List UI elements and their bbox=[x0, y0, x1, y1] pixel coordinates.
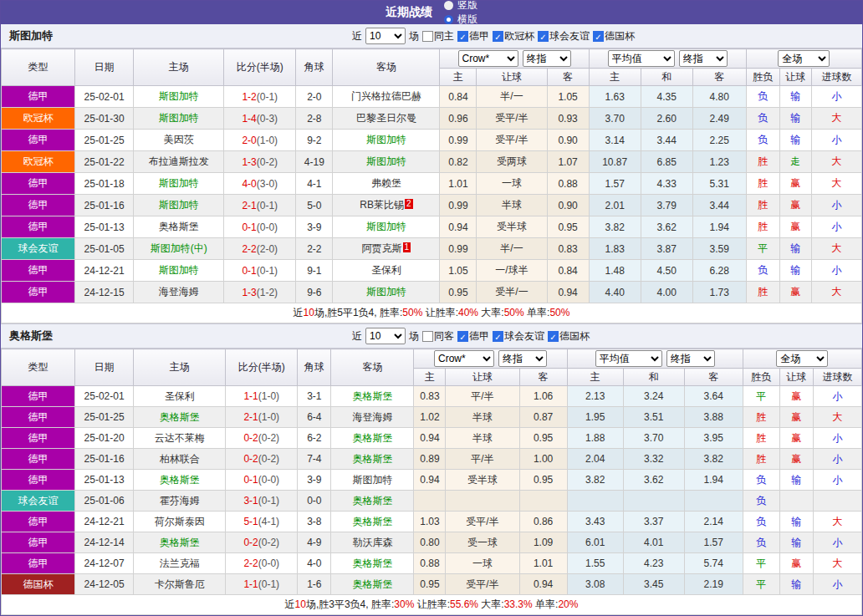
home-team-name[interactable]: 斯图加特 bbox=[159, 90, 199, 102]
odds-cell: 1.01 bbox=[440, 173, 477, 195]
bookmaker-select[interactable]: Crow* bbox=[434, 350, 494, 367]
league-cell: 德甲 bbox=[2, 428, 75, 449]
match-scope-select[interactable]: 全场 bbox=[778, 50, 830, 67]
league-filter[interactable]: ✓德国杯 bbox=[548, 329, 590, 344]
view-option-vertical[interactable]: 竖版 bbox=[444, 0, 477, 13]
away-team-name[interactable]: 门兴格拉德巴赫 bbox=[351, 90, 421, 102]
table-row: 德甲25-01-13奥格斯堡0-1(0-0)3-9斯图加特0.94受半球0.95… bbox=[2, 216, 862, 238]
league-checkbox-checked-icon[interactable]: ✓ bbox=[457, 331, 468, 342]
home-team-name[interactable]: 法兰克福 bbox=[160, 557, 200, 569]
same-venue-filter[interactable]: 同客 bbox=[422, 329, 454, 344]
odds-cell: 1.63 bbox=[589, 86, 641, 108]
column-header: 比分(半场) bbox=[224, 49, 296, 86]
home-team-name[interactable]: 奥格斯堡 bbox=[160, 474, 200, 486]
home-team-name[interactable]: 荷尔斯泰因 bbox=[155, 516, 205, 527]
topbar: 近期战绩 竖版横版 bbox=[1, 1, 862, 24]
league-checkbox-checked-icon[interactable]: ✓ bbox=[457, 31, 468, 42]
radio-icon[interactable] bbox=[444, 1, 453, 10]
away-team-name[interactable]: 弗赖堡 bbox=[371, 177, 401, 189]
final-odds-select-2[interactable]: 终指 bbox=[679, 50, 728, 67]
league-filter[interactable]: ✓德甲 bbox=[457, 29, 489, 43]
away-team-name[interactable]: 奥格斯堡 bbox=[352, 578, 392, 590]
away-team-name[interactable]: 斯图加特 bbox=[366, 286, 406, 298]
home-team-name[interactable]: 斯图加特 bbox=[159, 264, 199, 276]
home-team-name[interactable]: 斯图加特(中) bbox=[151, 242, 207, 254]
average-select[interactable]: 平均值 bbox=[595, 350, 662, 367]
halftime-score: (1-0) bbox=[258, 390, 279, 402]
home-team-name[interactable]: 云达不莱梅 bbox=[155, 432, 205, 444]
away-team-name[interactable]: 圣保利 bbox=[371, 264, 401, 276]
dropdown-group-cell: 平均值终指 bbox=[589, 49, 746, 69]
away-team-cell: RB莱比锡2 bbox=[333, 195, 440, 216]
same-venue-checkbox[interactable] bbox=[422, 31, 433, 42]
league-filter[interactable]: ✓球会友谊 bbox=[538, 29, 590, 43]
date-cell: 25-01-13 bbox=[75, 216, 134, 238]
final-odds-select[interactable]: 终指 bbox=[523, 50, 571, 67]
odds-cell: 0.88 bbox=[414, 553, 446, 574]
home-team-name[interactable]: 圣保利 bbox=[165, 390, 195, 402]
sub-column-header: 主 bbox=[567, 369, 623, 386]
away-team-name[interactable]: 斯图加特 bbox=[366, 155, 406, 167]
table-row: 球会友谊25-01-06霍芬海姆3-1(0-1)0-0奥格斯堡负 bbox=[2, 491, 862, 512]
league-checkbox-checked-icon[interactable]: ✓ bbox=[493, 331, 503, 342]
away-team-name[interactable]: 奥格斯堡 bbox=[352, 390, 392, 402]
same-venue-filter[interactable]: 同主 bbox=[422, 29, 454, 43]
away-team-name[interactable]: 奥格斯堡 bbox=[352, 495, 392, 507]
odds-cell: 5.31 bbox=[692, 173, 746, 195]
fulltime-score: 2-2 bbox=[243, 557, 258, 569]
match-scope-select[interactable]: 全场 bbox=[776, 350, 828, 367]
away-team-name[interactable]: 奥格斯堡 bbox=[352, 557, 392, 569]
league-filter[interactable]: ✓德国杯 bbox=[593, 29, 635, 43]
odds-cell: 受平/半 bbox=[477, 130, 547, 151]
home-team-name[interactable]: 奥格斯堡 bbox=[160, 537, 200, 548]
away-team-name[interactable]: 海登海姆 bbox=[352, 411, 392, 423]
odds-cell: 3.62 bbox=[641, 216, 692, 238]
home-team-name[interactable]: 海登海姆 bbox=[159, 286, 199, 298]
league-filter[interactable]: ✓欧冠杯 bbox=[493, 29, 534, 43]
league-checkbox-checked-icon[interactable]: ✓ bbox=[493, 31, 503, 42]
away-team-name[interactable]: 奥格斯堡 bbox=[352, 453, 392, 465]
league-checkbox-checked-icon[interactable]: ✓ bbox=[548, 331, 559, 342]
result-text: 平 bbox=[756, 578, 766, 590]
league-checkbox-checked-icon[interactable]: ✓ bbox=[538, 31, 549, 42]
view-mode-options: 竖版横版 bbox=[444, 0, 477, 27]
same-venue-checkbox[interactable] bbox=[422, 331, 433, 342]
bookmaker-select[interactable]: Crow* bbox=[458, 50, 518, 67]
home-team-name[interactable]: 斯图加特 bbox=[159, 112, 199, 124]
radio-icon[interactable] bbox=[444, 15, 453, 24]
odds-cell: 3.45 bbox=[623, 574, 684, 595]
home-team-name[interactable]: 奥格斯堡 bbox=[160, 411, 200, 423]
recent-count-select[interactable]: 10 bbox=[365, 328, 406, 344]
away-team-name[interactable]: 勒沃库森 bbox=[352, 537, 392, 548]
home-team-name[interactable]: 布拉迪斯拉发 bbox=[149, 155, 209, 167]
recent-count-select[interactable]: 10 bbox=[365, 28, 406, 44]
home-team-name[interactable]: 卡尔斯鲁厄 bbox=[155, 578, 205, 590]
away-team-name[interactable]: 奥格斯堡 bbox=[352, 432, 392, 444]
average-select[interactable]: 平均值 bbox=[608, 50, 675, 67]
odds-cell: 1.95 bbox=[567, 407, 623, 428]
away-team-name[interactable]: 阿贾克斯 bbox=[362, 242, 402, 254]
home-team-name[interactable]: 柏林联合 bbox=[160, 453, 200, 465]
home-team-name[interactable]: 斯图加特 bbox=[159, 177, 199, 189]
odds-cell: 半球 bbox=[446, 407, 519, 428]
final-odds-select[interactable]: 终指 bbox=[498, 350, 547, 367]
home-team-name[interactable]: 美因茨 bbox=[164, 134, 194, 145]
home-team-name[interactable]: 奥格斯堡 bbox=[159, 221, 199, 232]
league-filter[interactable]: ✓球会友谊 bbox=[493, 329, 544, 344]
dropdown-group: Crow*终指 bbox=[414, 350, 566, 367]
away-team-name[interactable]: 奥格斯堡 bbox=[352, 516, 392, 527]
win-loss-cell: 负 bbox=[743, 470, 779, 491]
home-team-name[interactable]: 霍芬海姆 bbox=[160, 495, 200, 507]
away-team-name[interactable]: 斯图加特 bbox=[366, 134, 406, 145]
away-team-name[interactable]: 斯图加特 bbox=[352, 474, 392, 486]
league-checkbox-checked-icon[interactable]: ✓ bbox=[593, 31, 604, 42]
home-team-name[interactable]: 斯图加特 bbox=[159, 199, 199, 211]
summary-segment: 20% bbox=[558, 598, 578, 610]
halftime-score: (1-0) bbox=[258, 411, 279, 423]
win-loss-cell: 负 bbox=[746, 260, 779, 282]
away-team-name[interactable]: RB莱比锡 bbox=[360, 199, 404, 211]
away-team-name[interactable]: 巴黎圣日尔曼 bbox=[356, 112, 416, 124]
league-filter[interactable]: ✓德甲 bbox=[457, 329, 489, 344]
final-odds-select-2[interactable]: 终指 bbox=[666, 350, 715, 367]
away-team-name[interactable]: 斯图加特 bbox=[366, 221, 406, 232]
